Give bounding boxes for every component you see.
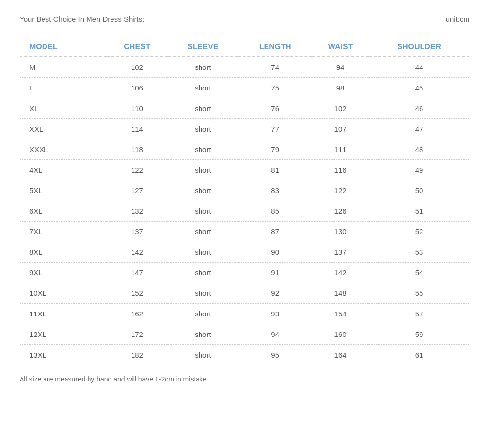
table-cell: 116: [312, 160, 369, 180]
table-cell: XL: [20, 98, 107, 119]
table-cell: 53: [369, 242, 469, 263]
table-row: XXL114short7710747: [20, 119, 469, 139]
table-cell: 127: [107, 180, 167, 201]
table-row: 9XL147short9114254: [20, 263, 469, 283]
table-cell: 162: [107, 304, 167, 324]
table-cell: short: [168, 263, 239, 283]
table-cell: 77: [238, 119, 312, 139]
table-row: 13XL182short9516461: [20, 345, 469, 365]
table-cell: 13XL: [20, 345, 107, 365]
table-cell: 122: [107, 160, 167, 180]
table-row: 6XL132short8512651: [20, 201, 469, 222]
column-header-chest: CHEST: [107, 38, 167, 57]
table-cell: 114: [107, 119, 167, 139]
table-cell: short: [168, 98, 239, 119]
table-cell: 93: [238, 304, 312, 324]
table-cell: 142: [107, 242, 167, 263]
table-cell: XXXL: [20, 139, 107, 160]
table-cell: 74: [238, 57, 312, 78]
column-header-waist: WAIST: [312, 38, 369, 57]
table-cell: 98: [312, 78, 369, 98]
table-cell: 102: [107, 57, 167, 78]
table-cell: short: [168, 222, 239, 242]
table-cell: 48: [369, 139, 469, 160]
footer-note: All size are measured by hand and will h…: [20, 375, 469, 383]
table-header-row: MODELCHESTSLEEVELENGTHWAISTSHOULDER: [20, 38, 469, 57]
table-cell: 91: [238, 263, 312, 283]
table-cell: 79: [238, 139, 312, 160]
table-cell: 152: [107, 283, 167, 304]
table-cell: 81: [238, 160, 312, 180]
table-cell: 107: [312, 119, 369, 139]
table-cell: 142: [312, 263, 369, 283]
table-cell: 118: [107, 139, 167, 160]
table-cell: short: [168, 242, 239, 263]
table-cell: short: [168, 139, 239, 160]
table-row: XXXL118short7911148: [20, 139, 469, 160]
table-cell: 160: [312, 324, 369, 345]
table-cell: 5XL: [20, 180, 107, 201]
column-header-length: LENGTH: [238, 38, 312, 57]
size-chart-table: MODELCHESTSLEEVELENGTHWAISTSHOULDER M102…: [20, 38, 469, 365]
unit-label: unit:cm: [446, 15, 469, 23]
table-cell: 50: [369, 180, 469, 201]
table-row: M102short749444: [20, 57, 469, 78]
table-row: L106short759845: [20, 78, 469, 98]
table-cell: 137: [312, 242, 369, 263]
table-cell: 6XL: [20, 201, 107, 222]
table-cell: 46: [369, 98, 469, 119]
table-cell: 4XL: [20, 160, 107, 180]
table-cell: short: [168, 78, 239, 98]
table-cell: 59: [369, 324, 469, 345]
table-cell: 182: [107, 345, 167, 365]
table-cell: 164: [312, 345, 369, 365]
table-cell: 94: [238, 324, 312, 345]
table-cell: 102: [312, 98, 369, 119]
page-subtitle: Your Best Choice In Men Dress Shirts:: [20, 15, 144, 23]
table-cell: M: [20, 57, 107, 78]
table-cell: 130: [312, 222, 369, 242]
table-cell: 52: [369, 222, 469, 242]
table-cell: short: [168, 119, 239, 139]
table-cell: 147: [107, 263, 167, 283]
table-cell: 11XL: [20, 304, 107, 324]
table-row: 8XL142short9013753: [20, 242, 469, 263]
table-cell: 122: [312, 180, 369, 201]
table-cell: 54: [369, 263, 469, 283]
column-header-model: MODEL: [20, 38, 107, 57]
table-cell: 106: [107, 78, 167, 98]
table-cell: short: [168, 304, 239, 324]
table-row: XL110short7610246: [20, 98, 469, 119]
table-row: 11XL162short9315457: [20, 304, 469, 324]
table-cell: 47: [369, 119, 469, 139]
table-cell: 83: [238, 180, 312, 201]
table-cell: 7XL: [20, 222, 107, 242]
column-header-sleeve: SLEEVE: [168, 38, 239, 57]
table-row: 10XL152short9214855: [20, 283, 469, 304]
table-cell: 110: [107, 98, 167, 119]
table-cell: 12XL: [20, 324, 107, 345]
table-cell: 126: [312, 201, 369, 222]
table-cell: 10XL: [20, 283, 107, 304]
table-cell: 90: [238, 242, 312, 263]
table-cell: 75: [238, 78, 312, 98]
table-cell: short: [168, 180, 239, 201]
table-cell: 137: [107, 222, 167, 242]
table-cell: 51: [369, 201, 469, 222]
table-cell: short: [168, 324, 239, 345]
table-cell: 94: [312, 57, 369, 78]
table-cell: 95: [238, 345, 312, 365]
table-cell: 148: [312, 283, 369, 304]
table-cell: L: [20, 78, 107, 98]
table-cell: short: [168, 345, 239, 365]
table-cell: 92: [238, 283, 312, 304]
table-cell: 57: [369, 304, 469, 324]
table-cell: short: [168, 201, 239, 222]
table-cell: 85: [238, 201, 312, 222]
table-cell: 132: [107, 201, 167, 222]
table-cell: 87: [238, 222, 312, 242]
table-cell: XXL: [20, 119, 107, 139]
table-cell: short: [168, 283, 239, 304]
table-cell: 172: [107, 324, 167, 345]
table-cell: 9XL: [20, 263, 107, 283]
